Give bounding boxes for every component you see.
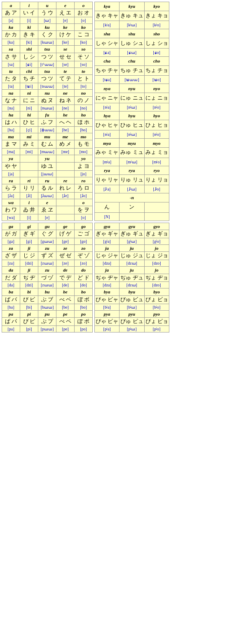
rom-shi: [ɕi] — [20, 61, 38, 67]
col-zo: zo — [75, 245, 93, 252]
kana-ja2: ぢゃ ヂャ — [95, 274, 120, 282]
col-da-zu: zu — [38, 267, 56, 274]
kana-row-ja: じゃ ジャ じゅ ジュ じょ ジョ — [95, 252, 169, 260]
kana-fu: ふ フ — [38, 119, 56, 127]
col-wa-i: i — [20, 199, 38, 206]
col-ryo: ryo — [144, 166, 169, 175]
rom-myu: [mʲɯ] — [120, 158, 144, 166]
kana-nyu: にゅ ニュ — [120, 93, 144, 103]
header-row-gya: gya gyu gyo — [95, 223, 169, 230]
header-row-pa: pa pi pu pe po — [2, 310, 93, 317]
kana-mu: む ム — [38, 140, 56, 149]
kana-ro: ろ ロ — [75, 184, 93, 192]
page: a i u e o あ ア い イ う ウ え エ お オ [a] [i] [ɯ… — [0, 0, 239, 334]
header-row-nya: nya nyu nyo — [95, 84, 169, 93]
kana-kya: きゃ キャ — [95, 11, 120, 21]
col-mu: mu — [38, 133, 56, 140]
kana-ho: ほ ホ — [75, 119, 93, 127]
rom-da-ji: [dzi] — [20, 282, 38, 288]
kana-tsu2: つ ツ — [38, 74, 56, 83]
rom-da-zu: [zɯɯ] — [38, 282, 56, 288]
kana-n-empty — [144, 202, 169, 212]
rom-nya: [nʲa] — [95, 103, 120, 111]
header-row-rya: rya ryu ryo — [95, 166, 169, 175]
kana-hyo: ひょ ヒョ — [144, 120, 169, 130]
header-row-ra: ra ri ru re ro — [2, 177, 93, 184]
col-ku: ku — [38, 24, 56, 31]
romaji-row-a: [a] [i] [ɯ] [e] [o] — [2, 17, 93, 24]
romaji-row-bya: [bʲa] [bʲɯ] [bʲo] — [95, 304, 169, 310]
kana-row-cha: ちゃ チャ ちゅ チュ ちょ チョ — [95, 65, 169, 76]
col-ga: ga — [2, 223, 20, 230]
kana-row-ja2: ぢゃ ヂャ ぢゅ ヂュ ぢょ ヂョ — [95, 274, 169, 282]
romaji-row-mya: [mʲa] [mʲɯ] [mʲo] — [95, 158, 169, 166]
kana-ge: げ ゲ — [56, 230, 75, 238]
kana-pyo: ぴょ ピョ — [144, 317, 169, 325]
col-pi: pi — [20, 310, 38, 317]
rom-nu: [nɯɯ] — [38, 105, 56, 111]
kana-na: な ナ — [2, 97, 20, 105]
rom-u: [ɯ] — [38, 17, 56, 24]
kana-row-a: あ ア い イ う ウ え エ お オ — [2, 9, 93, 17]
romaji-row-ma: [ma] [mi] [mɯɯ] [me] [mo] — [2, 149, 93, 155]
kana-row-kya: きゃ キャ きゅ キュ きょ キョ — [95, 11, 169, 21]
rom-wa: [wa] — [2, 214, 20, 221]
kana-ki: き キ — [20, 31, 38, 39]
kana-ya: や ヤ — [2, 162, 20, 170]
kana-pu: ぷ プ — [38, 317, 56, 325]
col-ge: ge — [56, 223, 75, 230]
col-bi: bi — [20, 288, 38, 295]
rom-ru: [ɺɯɯ] — [38, 192, 56, 199]
header-row-sa: sa shi tsu se so — [2, 46, 93, 53]
kana-jo: じょ ジョ — [144, 252, 169, 260]
kana-row-gya: ぎゃ ギャ ぎゅ ギュ ぎょ ギョ — [95, 230, 169, 238]
rom-hi: [çi] — [20, 127, 38, 133]
rom-pya: [pʲa] — [95, 325, 120, 332]
romaji-row-ya: [ja] [jɯɯ] [jo] — [2, 170, 93, 177]
col-bya: bya — [95, 288, 120, 295]
header-row-mya: mya myu myo — [95, 139, 169, 148]
kana-row-ta: た タ ち チ つ ツ て テ と ト — [2, 74, 93, 83]
col-ru: ru — [38, 177, 56, 184]
rom-pyo: [pʲo] — [144, 325, 169, 332]
romaji-row-hya: [nʲa] [nʲɯ] [nʲo] — [95, 130, 169, 139]
main-kana-table: a i u e o あ ア い イ う ウ え エ お オ [a] [i] [ɯ… — [2, 2, 93, 221]
rom-jo: [dzo] — [144, 260, 169, 267]
col-ya-empty2 — [56, 155, 75, 162]
col-mi: mi — [20, 133, 38, 140]
col-myu: myu — [120, 139, 144, 148]
rom-cha: [tɕa] — [95, 76, 120, 84]
romaji-row-na: [na] [ni] [nɯɯ] [ne] [no] — [2, 105, 93, 111]
col-ju: ju — [120, 245, 144, 252]
col-n: -n — [95, 193, 169, 202]
rom-ya: [ja] — [2, 170, 20, 177]
rom-ju: [dzɯ] — [120, 260, 144, 267]
header-row-na: na ni nu ne no — [2, 89, 93, 96]
kana-shi: し シ — [20, 53, 38, 61]
col-bu: bu — [38, 288, 56, 295]
header-row-aiueo: a i u e o — [2, 2, 93, 9]
kana-hyu: ひゅ ヒュ — [120, 120, 144, 130]
header-row-sha: sha shu sho — [95, 29, 169, 38]
rom-myo: [mʲo] — [144, 158, 169, 166]
romaji-row-ja2: [dza] [dzɯ] [dzo] — [95, 282, 169, 288]
kana-row-ba: ば バ び ビ ぶ ブ べ ベ ぼ ボ — [2, 295, 93, 304]
rom-pe: [pe] — [56, 325, 75, 332]
kana-row-ka: か カ き キ く ク け ケ こ コ — [2, 31, 93, 39]
col-wa-e: e — [38, 199, 56, 206]
kana-ra: ら ラ — [2, 184, 20, 192]
col-nyu: nyu — [120, 84, 144, 93]
kana-row-na: な ナ に ニ ぬ ヌ ね ネ の ノ — [2, 97, 93, 105]
header-row-cha: cha chu cho — [95, 56, 169, 65]
kana-mi: み ミ — [20, 140, 38, 149]
col-pyo: pyo — [144, 310, 169, 317]
col-na: na — [2, 89, 20, 96]
col-ra: ra — [2, 177, 20, 184]
kana-wa-empty — [56, 206, 75, 214]
col-za: za — [2, 245, 20, 252]
col-wo: o — [75, 199, 93, 206]
kana-rya: りゃ リャ — [95, 175, 120, 185]
kana-wa: わ ワ — [2, 206, 20, 214]
kana-row-da: だ ダ ぢ ヂ づ ヅ で デ ど ド — [2, 274, 93, 282]
dakuten-combo-table: gya gyu gyo ぎゃ ギャ ぎゅ ギュ ぎょ ギョ [gʲa] [gʲɯ… — [94, 223, 169, 332]
